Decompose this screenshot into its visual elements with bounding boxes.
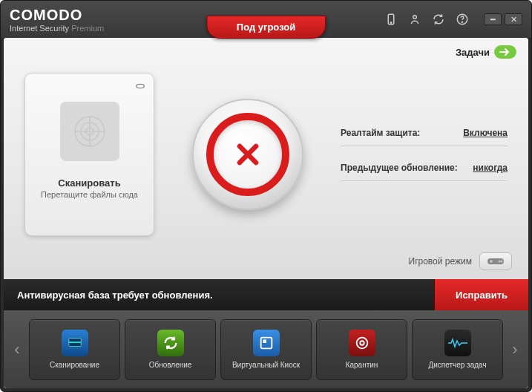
- tasks-arrow-icon: [494, 45, 516, 59]
- game-mode-bar: Игровой режим: [404, 249, 517, 272]
- cross-icon: [231, 138, 264, 171]
- fix-button[interactable]: Исправить: [434, 279, 528, 310]
- realtime-row: Реалтайм защита: Включена: [341, 128, 508, 146]
- update-label: Предыдущее обновление:: [341, 163, 458, 173]
- alert-bar: Антивирусная база требует обновления. Ис…: [4, 279, 528, 310]
- update-icon: [157, 330, 184, 356]
- main-area: Задачи Сканировать Перетащите файлы сюда: [4, 38, 528, 388]
- titlebar: COMODO Internet Security Premium Под угр…: [1, 1, 531, 38]
- scan-refresh-icon: [134, 79, 146, 93]
- kiosk-icon: [253, 330, 280, 356]
- center-column: [169, 99, 326, 210]
- svg-point-1: [390, 22, 392, 24]
- quick-update-button[interactable]: Обновление: [125, 319, 216, 380]
- close-button[interactable]: ✕: [505, 13, 522, 25]
- brand-name: COMODO: [10, 7, 104, 24]
- main-status-button[interactable]: [192, 99, 303, 210]
- svg-point-11: [499, 261, 501, 263]
- status-ring: [206, 113, 289, 196]
- update-value[interactable]: никогда: [473, 163, 508, 173]
- update-row: Предыдущее обновление: никогда: [341, 163, 508, 181]
- svg-point-4: [462, 22, 462, 22]
- realtime-value[interactable]: Включена: [463, 128, 508, 138]
- brand: COMODO Internet Security Premium: [10, 7, 104, 33]
- quick-kiosk-button[interactable]: Виртуальный Киоск: [220, 319, 312, 380]
- tasks-link[interactable]: Задачи: [456, 45, 516, 59]
- quarantine-icon: [349, 330, 375, 356]
- realtime-label: Реалтайм защита:: [341, 128, 420, 138]
- quick-next-button[interactable]: ›: [508, 340, 522, 359]
- main-body: Задачи Сканировать Перетащите файлы сюда: [4, 38, 528, 279]
- game-mode-button[interactable]: [479, 252, 512, 270]
- minimize-button[interactable]: ━: [484, 13, 502, 25]
- quick-prev-button[interactable]: ‹: [10, 340, 24, 359]
- window-buttons: ━ ✕: [484, 13, 522, 25]
- waveform-icon: [444, 330, 471, 356]
- quick-label: Сканирование: [50, 361, 99, 369]
- help-icon[interactable]: [454, 13, 470, 26]
- info-column: Реалтайм защита: Включена Предыдущее обн…: [341, 128, 508, 181]
- support-icon[interactable]: [407, 13, 423, 26]
- scan-subtitle: Перетащите файлы сюда: [41, 190, 138, 199]
- svg-point-2: [413, 16, 417, 19]
- quick-label: Виртуальный Киоск: [232, 361, 300, 369]
- svg-rect-16: [263, 339, 266, 343]
- quick-taskmgr-button[interactable]: Диспетчер задач: [412, 319, 503, 380]
- game-mode-label: Игровой режим: [409, 256, 473, 267]
- scan-card[interactable]: Сканировать Перетащите файлы сюда: [24, 73, 154, 236]
- title-icons: ━ ✕: [383, 13, 522, 26]
- status-ribbon: Под угрозой: [206, 16, 326, 39]
- quick-label: Диспетчер задач: [428, 361, 486, 369]
- quick-label: Обновление: [149, 361, 192, 369]
- svg-point-18: [360, 341, 364, 345]
- scan-radar-icon: [60, 102, 119, 161]
- quick-label: Карантин: [346, 361, 378, 369]
- brand-subline: Internet Security Premium: [10, 24, 104, 33]
- gamepad-icon: [487, 256, 505, 267]
- content-row: Сканировать Перетащите файлы сюда Реалта…: [16, 59, 516, 249]
- quick-quarantine-button[interactable]: Карантин: [316, 319, 407, 380]
- svg-rect-14: [68, 342, 81, 343]
- app-window: COMODO Internet Security Premium Под угр…: [0, 0, 532, 392]
- svg-point-17: [356, 338, 367, 349]
- quick-scan-button[interactable]: Сканирование: [29, 319, 120, 380]
- alert-message: Антивирусная база требует обновления.: [17, 290, 213, 301]
- mobile-icon[interactable]: [383, 13, 399, 26]
- scan-title: Сканировать: [58, 177, 120, 189]
- tasks-label: Задачи: [456, 47, 490, 58]
- refresh-icon[interactable]: [430, 13, 447, 26]
- quick-actions-footer: ‹ Сканирование Обновление Виртуальный Ки…: [4, 310, 528, 388]
- svg-point-12: [501, 261, 503, 263]
- monitor-icon: [62, 330, 88, 356]
